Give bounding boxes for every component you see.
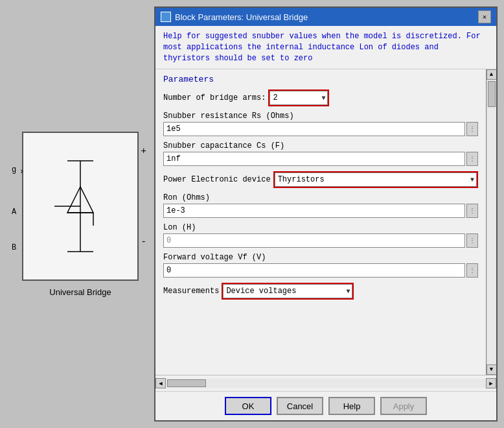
lon-input-row: ⋮ bbox=[163, 233, 478, 248]
snubber-cs-row: Snubber capacitance Cs (F) ⋮ bbox=[163, 141, 478, 166]
ron-input[interactable] bbox=[163, 204, 465, 218]
vertical-scrollbar[interactable]: ▲ ▼ bbox=[486, 69, 496, 375]
cancel-button[interactable]: Cancel bbox=[277, 397, 323, 415]
measurements-dropdown-wrapper[interactable]: Device voltages None Device currents Dev… bbox=[222, 283, 354, 300]
label-b: B bbox=[12, 243, 16, 252]
help-button[interactable]: Help bbox=[328, 397, 375, 415]
dialog-titlebar: Block Parameters: Universal Bridge × bbox=[155, 8, 496, 26]
apply-button[interactable]: Apply bbox=[380, 397, 427, 415]
plus-label: + bbox=[141, 146, 146, 156]
bridge-arms-dropdown-wrapper[interactable]: 2 1 3 ▼ bbox=[268, 89, 329, 106]
snubber-rs-input[interactable] bbox=[163, 122, 465, 136]
diagram-panel: g › A B + - Universal B bbox=[0, 0, 161, 428]
close-button[interactable]: × bbox=[478, 10, 491, 23]
ron-menu-btn[interactable]: ⋮ bbox=[466, 204, 478, 218]
scroll-right-button[interactable]: ▶ bbox=[486, 378, 496, 388]
snubber-rs-menu-btn[interactable]: ⋮ bbox=[466, 122, 478, 136]
scroll-up-button[interactable]: ▲ bbox=[487, 69, 497, 80]
horizontal-scroll-track bbox=[166, 379, 486, 388]
forward-v-input-row: ⋮ bbox=[163, 263, 478, 278]
diagram-title: Universal Bridge bbox=[49, 287, 111, 297]
help-text: Help for suggested snubber values when t… bbox=[155, 26, 496, 69]
forward-v-row: Forward voltage Vf (V) ⋮ bbox=[163, 253, 478, 278]
lon-label: Lon (H) bbox=[163, 223, 478, 232]
ron-label: Ron (Ohms) bbox=[163, 193, 478, 202]
forward-v-input[interactable] bbox=[163, 263, 465, 278]
bridge-arms-row: Number of bridge arms: 2 1 3 ▼ bbox=[163, 89, 478, 106]
scroll-track bbox=[487, 80, 496, 364]
ron-input-row: ⋮ bbox=[163, 204, 478, 218]
content-area: Parameters Number of bridge arms: 2 1 3 … bbox=[155, 69, 496, 375]
lon-menu-btn[interactable]: ⋮ bbox=[466, 233, 478, 248]
dialog-content: Help for suggested snubber values when t… bbox=[155, 26, 496, 391]
circuit-diagram: g › A B + - bbox=[22, 132, 139, 281]
power-device-row: Power Electronic device Thyristors Diode… bbox=[163, 171, 478, 188]
forward-v-menu-btn[interactable]: ⋮ bbox=[466, 263, 478, 278]
dialog-icon bbox=[161, 12, 171, 22]
scroll-thumb[interactable] bbox=[488, 81, 496, 107]
dialog-title-text: Block Parameters: Universal Bridge bbox=[175, 12, 308, 22]
lon-row: Lon (H) ⋮ bbox=[163, 223, 478, 248]
label-a: A bbox=[12, 208, 16, 217]
bridge-arms-select[interactable]: 2 1 3 bbox=[269, 91, 328, 105]
snubber-cs-input-row: ⋮ bbox=[163, 152, 478, 166]
params-area: Parameters Number of bridge arms: 2 1 3 … bbox=[155, 69, 486, 375]
ron-row: Ron (Ohms) ⋮ bbox=[163, 193, 478, 218]
snubber-rs-row: Snubber resistance Rs (Ohms) ⋮ bbox=[163, 112, 478, 136]
power-device-select[interactable]: Thyristors Diodes GTO/Diodes IGBT/Diodes… bbox=[275, 172, 477, 187]
minus-label: - bbox=[141, 237, 146, 247]
label-g: g bbox=[12, 165, 16, 174]
measurements-label: Measurements bbox=[163, 287, 219, 296]
block-parameters-dialog: Block Parameters: Universal Bridge × Hel… bbox=[154, 6, 498, 422]
scroll-down-button[interactable]: ▼ bbox=[487, 364, 497, 375]
horizontal-scroll-thumb[interactable] bbox=[167, 379, 206, 387]
measurements-row: Measurements Device voltages None Device… bbox=[163, 283, 478, 300]
bridge-arms-label: Number of bridge arms: bbox=[163, 93, 266, 102]
ok-button[interactable]: OK bbox=[225, 397, 271, 415]
lon-input[interactable] bbox=[163, 233, 465, 248]
scroll-left-button[interactable]: ◀ bbox=[155, 378, 166, 388]
thyristor-symbol bbox=[41, 154, 119, 258]
power-device-dropdown-wrapper[interactable]: Thyristors Diodes GTO/Diodes IGBT/Diodes… bbox=[273, 171, 478, 188]
snubber-cs-menu-btn[interactable]: ⋮ bbox=[466, 152, 478, 166]
snubber-rs-label: Snubber resistance Rs (Ohms) bbox=[163, 112, 478, 121]
forward-v-label: Forward voltage Vf (V) bbox=[163, 253, 478, 262]
snubber-rs-input-row: ⋮ bbox=[163, 122, 478, 136]
snubber-cs-input[interactable] bbox=[163, 152, 465, 166]
measurements-select[interactable]: Device voltages None Device currents Dev… bbox=[223, 284, 352, 298]
dialog-buttons: OK Cancel Help Apply bbox=[155, 391, 496, 420]
horizontal-scrollbar-area: ◀ ▶ bbox=[155, 375, 496, 391]
params-header: Parameters bbox=[163, 75, 478, 84]
dialog-title: Block Parameters: Universal Bridge bbox=[161, 12, 308, 22]
power-device-label: Power Electronic device bbox=[163, 175, 271, 184]
arrow-g: › bbox=[19, 167, 24, 176]
snubber-cs-label: Snubber capacitance Cs (F) bbox=[163, 141, 478, 150]
